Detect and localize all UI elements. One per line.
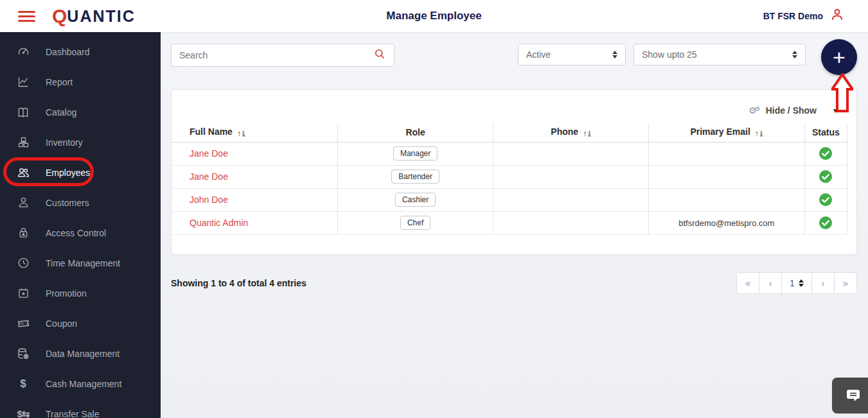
- sidebar-item-label: Promotion: [46, 288, 87, 299]
- pagination-first-button[interactable]: «: [736, 272, 759, 294]
- phone-cell: [493, 211, 649, 234]
- sidebar-item-label: Access Control: [46, 228, 106, 238]
- line-chart-icon: [15, 75, 31, 89]
- sidebar-item-coupon[interactable]: %⋮ Coupon: [0, 308, 161, 338]
- dollar-transfer-icon: $⇆: [15, 408, 31, 418]
- chat-widget-button[interactable]: [832, 378, 868, 414]
- hide-show-columns-button[interactable]: Hide / Show: [766, 105, 817, 116]
- column-header-full-name[interactable]: Full Name↑zA: [172, 123, 338, 142]
- gears-icon: ⚙⚙: [748, 105, 761, 116]
- sidebar-item-promotion[interactable]: Promotion: [0, 278, 161, 308]
- sort-icon[interactable]: ↑zA: [583, 129, 590, 138]
- people-icon: [15, 165, 31, 180]
- table-header-row: Full Name↑zA Role Phone↑zA Primary Email…: [172, 123, 847, 142]
- user-name-label: BT FSR Demo: [763, 11, 823, 21]
- employee-table: Full Name↑zA Role Phone↑zA Primary Email…: [172, 123, 847, 235]
- status-active-check-icon: [819, 216, 833, 230]
- sidebar-nav: Dashboard Report Catalog Inventory Emplo…: [0, 32, 161, 418]
- sidebar-item-customers[interactable]: Customers: [0, 187, 161, 218]
- phone-cell: [493, 165, 649, 188]
- column-header-phone[interactable]: Phone↑zA: [493, 123, 649, 142]
- sidebar-item-dashboard[interactable]: Dashboard: [0, 37, 161, 67]
- role-badge: Bartender: [391, 170, 439, 184]
- person-icon: [15, 196, 31, 209]
- page-stepper-icon[interactable]: [799, 279, 804, 287]
- sidebar-item-label: Coupon: [46, 318, 77, 329]
- ticket-icon: %⋮: [15, 316, 31, 331]
- book-icon: [15, 105, 31, 119]
- table-footer: Showing 1 to 4 of total 4 entries « ‹ 1 …: [171, 272, 857, 294]
- sort-icon[interactable]: ↑zA: [237, 129, 245, 138]
- boxes-icon: [15, 135, 31, 149]
- status-active-check-icon: [819, 193, 833, 207]
- table-row: Jane Doe Manager: [172, 142, 847, 165]
- sidebar-item-label: Dashboard: [46, 47, 90, 57]
- page-number-input[interactable]: 1: [781, 272, 812, 294]
- email-cell: [648, 165, 804, 188]
- pagination: « ‹ 1 › »: [736, 272, 857, 294]
- pagination-prev-button[interactable]: ‹: [759, 272, 782, 294]
- search-box: [171, 44, 394, 67]
- hide-show-row: ⚙⚙ Hide / Show ▾: [172, 98, 847, 123]
- column-header-primary-email[interactable]: Primary Email↑zA: [648, 123, 804, 142]
- dollar-icon: $: [15, 378, 31, 390]
- phone-cell: [493, 188, 649, 211]
- entries-summary: Showing 1 to 4 of total 4 entries: [171, 278, 306, 288]
- sidebar-item-label: Data Management: [46, 349, 120, 359]
- page-title: Manage Employee: [0, 10, 868, 22]
- employee-name-link[interactable]: Jane Doe: [190, 171, 228, 182]
- sidebar-item-label: Employees: [46, 168, 90, 178]
- sidebar-item-label: Customers: [46, 198, 89, 208]
- email-cell: [648, 142, 804, 165]
- user-profile-icon[interactable]: [829, 7, 845, 25]
- clock-icon: [15, 256, 31, 270]
- main-content: Active Show upto 25 + ⚙⚙ Hide / Show ▾ F: [161, 32, 868, 418]
- status-active-check-icon: [819, 146, 833, 161]
- page-size-value: Show upto 25: [642, 49, 697, 60]
- email-cell: btfsrdemo@metispro.com: [648, 211, 804, 234]
- search-input[interactable]: [179, 50, 373, 60]
- pagination-next-button[interactable]: ›: [811, 272, 835, 294]
- filter-row: Active Show upto 25 +: [171, 44, 857, 75]
- employee-name-link[interactable]: Jane Doe: [190, 148, 228, 159]
- sidebar-item-catalog[interactable]: Catalog: [0, 97, 161, 127]
- select-stepper-icon: [612, 51, 617, 58]
- column-header-role: Role: [338, 123, 493, 142]
- page-size-select[interactable]: Show upto 25: [633, 44, 806, 65]
- sidebar-item-transfer-sale[interactable]: $⇆ Transfer Sale: [0, 399, 161, 418]
- sidebar-item-inventory[interactable]: Inventory: [0, 127, 161, 157]
- sidebar-item-time-management[interactable]: Time Management: [0, 248, 161, 278]
- sidebar-item-label: Time Management: [46, 258, 120, 268]
- sidebar-item-employees[interactable]: Employees: [0, 157, 161, 187]
- user-menu[interactable]: BT FSR Demo: [763, 7, 845, 25]
- calendar-star-icon: [15, 286, 31, 300]
- search-icon[interactable]: [373, 48, 386, 63]
- role-badge: Manager: [393, 146, 438, 161]
- sidebar-item-report[interactable]: Report: [0, 67, 161, 97]
- add-employee-button[interactable]: +: [821, 39, 857, 75]
- employee-table-card: ⚙⚙ Hide / Show ▾ Full Name↑zA Role Phone…: [171, 89, 857, 255]
- employee-name-link[interactable]: John Doe: [190, 195, 228, 205]
- sidebar-item-access-control[interactable]: Access Control: [0, 218, 161, 248]
- status-filter-select[interactable]: Active: [518, 44, 626, 65]
- employee-name-link[interactable]: Quantic Admin: [190, 218, 248, 228]
- status-active-check-icon: [819, 170, 833, 184]
- role-badge: Chef: [400, 216, 430, 230]
- table-row: Jane Doe Bartender: [172, 165, 847, 188]
- phone-cell: [493, 142, 649, 165]
- role-badge: Cashier: [395, 193, 436, 207]
- sort-icon[interactable]: ↑zA: [755, 129, 763, 138]
- sidebar-item-label: Cash Management: [46, 379, 121, 389]
- sidebar-item-data-management[interactable]: Data Management: [0, 338, 161, 369]
- column-header-status: Status: [804, 123, 847, 142]
- table-row: John Doe Cashier: [172, 188, 847, 211]
- sidebar-item-cash-management[interactable]: $ Cash Management: [0, 369, 161, 399]
- svg-text:%⋮: %⋮: [20, 320, 28, 326]
- status-filter-value: Active: [526, 49, 551, 60]
- pagination-last-button[interactable]: »: [834, 272, 857, 294]
- gauge-icon: [15, 45, 31, 58]
- chevron-down-icon[interactable]: ▾: [833, 106, 837, 115]
- lock-icon: [15, 226, 31, 239]
- database-icon: [15, 347, 31, 361]
- sidebar-item-label: Transfer Sale: [46, 409, 100, 418]
